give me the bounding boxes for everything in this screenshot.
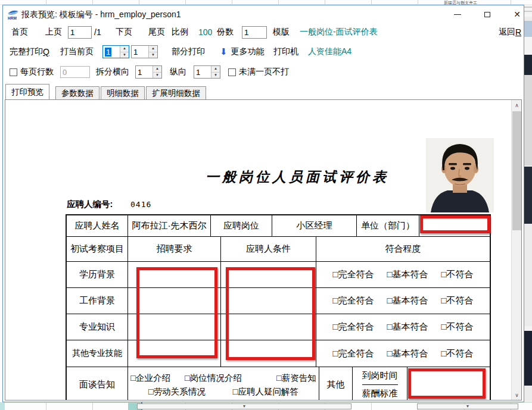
vertical-scrollbar[interactable]: ∧ ∨ bbox=[511, 100, 521, 400]
eval-label-cell: 工作背景 bbox=[67, 288, 128, 314]
highlight-box-requirements bbox=[136, 267, 217, 358]
spin-up-icon[interactable]: ▲ bbox=[153, 66, 161, 73]
toolbar-navigation: 首页 上页 1 /1 下页 尾页 比例 100 份数 1 模版 一般岗位-面试评… bbox=[3, 23, 524, 41]
tabstrip: 打印预览 参数数据 明细数据 扩展明细数据 bbox=[3, 84, 524, 99]
highlight-box-dept bbox=[420, 215, 490, 233]
page-total-label: /1 bbox=[94, 23, 101, 41]
report-preview-window: HRM 报表预览: 模板编号 - hrm_employ_person1 ✕ 首页… bbox=[2, 5, 524, 402]
conformity-option: □完全符合 bbox=[332, 269, 374, 280]
spin-down-icon[interactable]: ▼ bbox=[211, 73, 220, 79]
tab-extended-detail-data[interactable]: 扩展明细数据 bbox=[146, 86, 206, 99]
conformity-option: □完全符合 bbox=[332, 321, 374, 333]
scroll-up-icon: ∧ bbox=[515, 102, 519, 108]
tab-parameter-data[interactable]: 参数数据 bbox=[55, 86, 99, 99]
vertical-value: 1 bbox=[196, 68, 200, 77]
partial-print-button[interactable]: 部分打印 bbox=[172, 42, 205, 61]
close-button[interactable]: ✕ bbox=[505, 5, 530, 23]
conformity-cell: □完全符合 □基本符合 □不符合 bbox=[316, 314, 490, 340]
full-print-mnemonic: Q bbox=[43, 47, 49, 57]
toolbar-layout: 每页行数 0 拆分横向 1 ▲ ▼ 纵向 1 ▲ ▼ 未满一页 bbox=[3, 62, 524, 82]
highlight-box-other bbox=[408, 368, 486, 399]
svg-text:HRM: HRM bbox=[8, 16, 17, 20]
conformity-option: □基本符合 bbox=[387, 321, 428, 333]
background-window-right bbox=[524, 5, 532, 402]
full-print-button[interactable]: 完整打印Q bbox=[10, 42, 49, 61]
scale-label: 比例 bbox=[172, 23, 188, 41]
spin-down-icon[interactable]: ▼ bbox=[153, 73, 161, 79]
template-link[interactable]: 一般岗位-面试评价表 bbox=[300, 23, 378, 41]
conformity-option: □基本符合 bbox=[387, 348, 428, 359]
name-value-cell: 阿布拉江·先木西尔 bbox=[128, 215, 211, 236]
spinner-arrows: ▲ ▼ bbox=[153, 66, 161, 78]
print-current-page-button[interactable]: 打当前页 bbox=[60, 42, 94, 61]
post-value-cell: 小区经理 bbox=[272, 215, 357, 236]
copies-input[interactable]: 1 bbox=[242, 26, 267, 39]
scroll-down-icon: ∨ bbox=[515, 392, 519, 398]
scroll-down-button[interactable]: ∨ bbox=[512, 390, 522, 400]
conformity-option: □完全符合 bbox=[332, 295, 374, 306]
scale-value[interactable]: 100 bbox=[198, 23, 212, 41]
download-arrow-icon: ⬇ bbox=[220, 46, 228, 57]
background-spreadsheet-top: 新疆店与数支并工 bbox=[0, 0, 532, 5]
spin-up-icon[interactable]: ▲ bbox=[120, 46, 129, 52]
name-label-cell: 应聘人姓名 bbox=[67, 215, 128, 236]
form-title: 一般岗位人员面试评价表 bbox=[154, 168, 440, 186]
tab-detail-data[interactable]: 明细数据 bbox=[101, 86, 145, 99]
range-to-value: 1 bbox=[133, 48, 138, 57]
last-page-button[interactable]: 尾页 bbox=[148, 23, 165, 41]
notice-label-cell: 面谈告知 bbox=[67, 367, 128, 400]
background-window-fragment bbox=[524, 331, 532, 386]
notice-option: □岗位情况介绍 bbox=[185, 373, 242, 384]
rows-per-page-input[interactable]: 0 bbox=[60, 66, 90, 78]
split-horizontal-value: 1 bbox=[138, 68, 142, 77]
page-number-input[interactable]: 1 bbox=[68, 26, 92, 39]
vertical-spinner[interactable]: 1 ▲ ▼ bbox=[194, 65, 220, 79]
notice-option: □应聘人疑问解答 bbox=[233, 386, 298, 398]
print-range-to-spinner[interactable]: 1 ▲ ▼ bbox=[131, 45, 158, 58]
next-page-button[interactable]: 下页 bbox=[116, 23, 132, 41]
other-label-cell: 其他 bbox=[319, 367, 353, 400]
hrm-app-icon: HRM bbox=[7, 9, 19, 20]
dropdown-arrow-icon: ▼ bbox=[466, 404, 470, 409]
rows-per-page-checkbox[interactable]: 每页行数 bbox=[10, 62, 54, 82]
tab-print-preview[interactable]: 打印预览 bbox=[5, 84, 49, 99]
scrollbar-thumb[interactable] bbox=[512, 111, 521, 230]
checkbox-icon bbox=[10, 68, 17, 76]
template-label: 模版 bbox=[273, 23, 290, 41]
eval-label-cell: 学历背景 bbox=[67, 262, 128, 287]
back-button[interactable]: 返回R bbox=[499, 23, 521, 41]
scroll-up-button[interactable]: ∧ bbox=[512, 100, 522, 110]
maximize-button[interactable] bbox=[475, 5, 500, 23]
split-horizontal-label: 拆分横向 bbox=[96, 62, 129, 82]
background-window-fragment bbox=[524, 21, 532, 37]
copies-label: 份数 bbox=[217, 23, 234, 41]
spin-down-icon[interactable]: ▼ bbox=[149, 52, 157, 58]
more-functions-button[interactable]: ⬇ 更多功能 bbox=[220, 42, 265, 61]
screen: 新疆店与数支并工 ▼ ▼ HRM 报表预览: 模板编号 - hrm_employ… bbox=[0, 0, 532, 410]
background-window-fragment bbox=[524, 37, 532, 55]
print-range-from-spinner[interactable]: 1 ▲ ▼ bbox=[102, 45, 129, 58]
prev-page-button[interactable]: 上页 bbox=[45, 23, 62, 41]
conformity-option: □基本符合 bbox=[387, 269, 428, 280]
dropdown-arrow-icon: ▼ bbox=[242, 404, 247, 409]
minimize-button[interactable] bbox=[445, 5, 470, 23]
conformity-cell: □完全符合 □基本符合 □不符合 bbox=[316, 340, 490, 367]
notice-option: □劳动关系情况 bbox=[148, 386, 206, 398]
split-horizontal-spinner[interactable]: 1 ▲ ▼ bbox=[135, 65, 162, 79]
applicant-no-value: 0416 bbox=[130, 200, 151, 209]
printer-link[interactable]: 人资佳能A4 bbox=[308, 42, 351, 61]
conformity-option: □不符合 bbox=[441, 348, 474, 359]
conformity-cell: □完全符合 □基本符合 □不符合 bbox=[316, 262, 490, 287]
window-title: 报表预览: 模板编号 - hrm_employ_person1 bbox=[21, 5, 181, 23]
incomplete-page-checkbox[interactable]: 未满一页不打 bbox=[228, 62, 289, 82]
full-print-label: 完整打印 bbox=[10, 46, 43, 57]
spin-up-icon[interactable]: ▲ bbox=[211, 66, 220, 73]
notice-options-cell: □企业介绍 □岗位情况介绍 □薪资告知 □劳动关系情况 □应聘人疑问解答 bbox=[128, 367, 319, 400]
table-header-row: 初试考察项目 招聘要求 应聘人条件 符合程度 bbox=[67, 237, 490, 262]
header-item-cell: 初试考察项目 bbox=[67, 237, 128, 261]
spin-up-icon[interactable]: ▲ bbox=[149, 46, 157, 52]
background-cell-cyan bbox=[0, 402, 5, 410]
first-page-button[interactable]: 首页 bbox=[11, 23, 28, 41]
spin-down-icon[interactable]: ▼ bbox=[120, 52, 129, 58]
conformity-option: □不符合 bbox=[441, 295, 474, 306]
